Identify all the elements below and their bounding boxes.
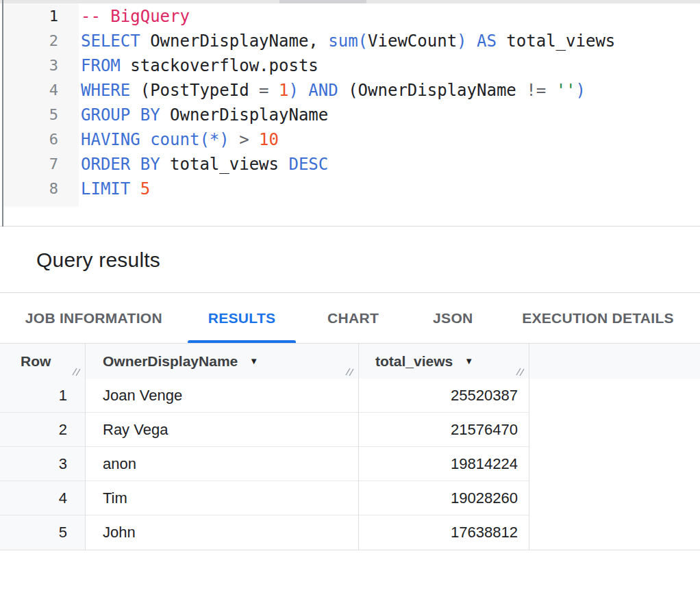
code-line: LIMIT 5 <box>81 177 615 201</box>
code-token: stackoverflow.posts <box>121 56 318 75</box>
tabbar: JOB INFORMATIONRESULTSCHARTJSONEXECUTION… <box>0 294 700 343</box>
tab-label: JOB INFORMATION <box>25 310 162 327</box>
column-header-label: total_views <box>375 353 453 370</box>
column-divider <box>529 343 529 550</box>
row-number-cell: 3 <box>0 447 85 481</box>
code-token: total_views <box>160 155 289 174</box>
code-line: ORDER BY total_views DESC <box>81 152 615 177</box>
column-resize-handle-icon[interactable] <box>71 366 82 376</box>
results-table: Row OwnerDisplayName ▼ total_views ▼ 1Jo… <box>0 343 700 550</box>
page-title: Query results <box>36 248 160 272</box>
table-body: 1Joan Venge255203872Ray Vega215764703ano… <box>0 379 700 550</box>
tab-execution-details[interactable]: EXECUTION DETAILS <box>496 294 700 343</box>
code-line: FROM stackoverflow.posts <box>81 53 615 78</box>
code-token: (PostTypeId <box>130 81 259 100</box>
row-number-cell: 5 <box>0 515 85 550</box>
code-line: SELECT OwnerDisplayName, sum(ViewCount) … <box>81 29 615 53</box>
code-token: sum( <box>328 31 368 51</box>
editor-horizontal-scrollbar[interactable] <box>0 0 700 3</box>
owner-display-name-cell: Tim <box>85 481 358 515</box>
column-divider <box>85 343 86 550</box>
total-views-cell: 19028260 <box>358 481 529 515</box>
code-token <box>140 130 150 149</box>
code-token: ORDER BY <box>81 155 160 174</box>
tab-json[interactable]: JSON <box>410 294 496 343</box>
column-menu-arrow-icon[interactable]: ▼ <box>249 356 258 366</box>
column-resize-handle-icon[interactable] <box>515 366 525 376</box>
code-token <box>249 130 259 149</box>
code-token: 10 <box>259 130 279 149</box>
sql-editor[interactable]: 12345678 -- BigQuerySELECT OwnerDisplayN… <box>0 0 700 227</box>
code-token: ) <box>576 81 586 100</box>
tab-label: EXECUTION DETAILS <box>522 310 674 327</box>
column-header-label: OwnerDisplayName <box>103 353 238 370</box>
table-row: 4Tim19028260 <box>0 481 700 515</box>
line-number: 4 <box>3 78 58 103</box>
column-header-ownerdisplayname[interactable]: OwnerDisplayName ▼ <box>85 344 358 379</box>
code-token: OwnerDisplayName <box>160 105 329 125</box>
row-number-cell: 4 <box>0 481 85 515</box>
code-token <box>130 179 140 199</box>
column-header-total-views[interactable]: total_views ▼ <box>358 344 529 379</box>
table-row: 1Joan Venge25520387 <box>0 379 700 413</box>
code-line: WHERE (PostTypeId = 1) AND (OwnerDisplay… <box>81 78 615 103</box>
code-token: count(*) <box>150 130 229 149</box>
line-number: 2 <box>3 29 58 53</box>
code-token: OwnerDisplayName, <box>140 31 329 51</box>
code-token <box>546 81 555 100</box>
table-row: 2Ray Vega21576470 <box>0 413 700 447</box>
owner-display-name-cell: Ray Vega <box>85 413 358 447</box>
code-token: LIMIT <box>81 179 130 199</box>
code-token: 1 <box>279 81 288 100</box>
code-token <box>269 81 279 100</box>
query-results-header: Query results <box>0 227 700 293</box>
tab-label: JSON <box>433 310 473 327</box>
column-header-empty <box>529 344 700 379</box>
code-line: HAVING count(*) > 10 <box>81 127 615 152</box>
line-number: 1 <box>3 4 58 29</box>
table-header-row: Row OwnerDisplayName ▼ total_views ▼ <box>0 343 700 379</box>
line-number: 7 <box>3 152 58 177</box>
code-token: DESC <box>288 155 328 174</box>
tab-results[interactable]: RESULTS <box>188 294 297 343</box>
column-header-row: Row <box>0 344 85 379</box>
row-number-cell: 2 <box>0 413 85 447</box>
code-token: total_views <box>497 31 615 51</box>
tab-label: RESULTS <box>208 310 276 327</box>
code-token: HAVING <box>81 130 140 149</box>
code-line: GROUP BY OwnerDisplayName <box>81 103 615 127</box>
owner-display-name-cell: John <box>85 515 358 550</box>
column-menu-arrow-icon[interactable]: ▼ <box>464 356 473 366</box>
code-token: ) <box>288 81 298 100</box>
table-row: 5John17638812 <box>0 515 700 550</box>
code-token: (OwnerDisplayName <box>338 81 527 100</box>
code-token: != <box>526 81 546 100</box>
code-token: > <box>239 130 249 149</box>
code-token: = <box>259 81 268 100</box>
total-views-cell: 21576470 <box>358 413 529 447</box>
table-bottom-border <box>0 550 700 550</box>
code-token: SELECT <box>81 31 140 51</box>
line-number: 8 <box>3 177 58 201</box>
code-lines[interactable]: -- BigQuerySELECT OwnerDisplayName, sum(… <box>81 4 615 201</box>
scrollbar-thumb[interactable] <box>279 0 366 3</box>
total-views-cell: 19814224 <box>358 447 529 481</box>
table-row: 3anon19814224 <box>0 447 700 481</box>
total-views-cell: 25520387 <box>358 379 529 413</box>
tab-chart[interactable]: CHART <box>296 294 410 343</box>
line-numbers: 12345678 <box>3 4 58 201</box>
code-token: 5 <box>140 179 150 199</box>
column-resize-handle-icon[interactable] <box>345 366 355 376</box>
column-divider <box>358 343 359 550</box>
line-number: 5 <box>3 103 58 127</box>
code-line: -- BigQuery <box>81 4 615 29</box>
code-token: GROUP BY <box>81 105 160 125</box>
code-token: AND <box>308 81 338 100</box>
code-token <box>299 81 308 100</box>
code-token: '' <box>556 81 576 100</box>
code-token: -- BigQuery <box>81 7 190 26</box>
owner-display-name-cell: Joan Venge <box>85 379 358 413</box>
row-number-cell: 1 <box>0 379 85 413</box>
owner-display-name-cell: anon <box>85 447 358 481</box>
tab-job-information[interactable]: JOB INFORMATION <box>0 294 188 343</box>
